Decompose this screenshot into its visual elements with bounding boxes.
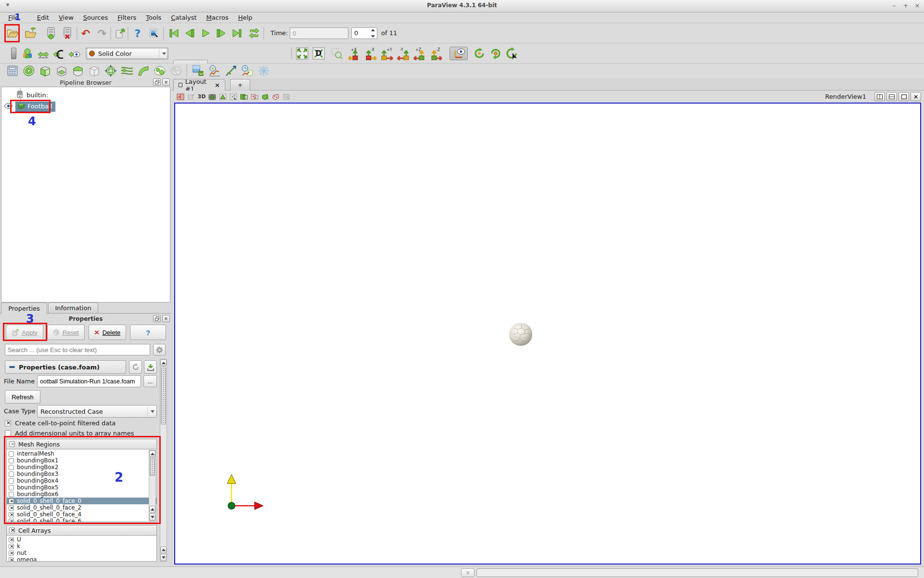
row-checkbox[interactable] bbox=[9, 544, 14, 549]
rescale-to-data-range-icon[interactable] bbox=[37, 47, 50, 60]
spin-up-icon[interactable] bbox=[371, 29, 375, 31]
cell-array-row[interactable]: k bbox=[7, 543, 156, 550]
tab-properties[interactable]: Properties bbox=[1, 302, 47, 314]
select-cells-on-icon[interactable] bbox=[218, 92, 228, 101]
row-checkbox[interactable] bbox=[9, 465, 14, 470]
close-dock-icon[interactable]: × bbox=[162, 79, 170, 86]
view-minus-x-icon[interactable]: -X bbox=[364, 47, 377, 60]
properties-panel-scrollbar[interactable] bbox=[160, 359, 167, 562]
split-horizontal-icon[interactable] bbox=[874, 92, 885, 101]
first-frame-icon[interactable] bbox=[167, 26, 181, 40]
auto-apply-icon[interactable] bbox=[114, 26, 127, 40]
save-data-icon[interactable] bbox=[24, 26, 38, 40]
toggle-3d-mode[interactable]: 3D bbox=[196, 92, 207, 101]
row-checkbox[interactable] bbox=[9, 519, 14, 523]
menu-sources[interactable]: Sources bbox=[79, 13, 112, 22]
row-checkbox[interactable] bbox=[9, 451, 14, 457]
row-checkbox[interactable] bbox=[9, 537, 14, 542]
tab-layout-1[interactable]: Layout #1 × bbox=[173, 79, 225, 91]
row-checkbox[interactable] bbox=[9, 492, 14, 497]
center-axes-visibility-toggle-icon[interactable] bbox=[449, 47, 468, 60]
menu-edit[interactable]: Edit bbox=[33, 13, 53, 22]
mesh-region-row-selected[interactable]: solid_0_shell_0_face_0 bbox=[7, 498, 156, 504]
selection-inspector-icon[interactable] bbox=[147, 26, 161, 40]
scroll-down-icon[interactable] bbox=[149, 513, 155, 521]
football-mesh[interactable] bbox=[508, 322, 533, 347]
rescale-to-visible-range-icon[interactable] bbox=[67, 47, 81, 60]
scroll-up-icon[interactable] bbox=[149, 450, 155, 457]
row-checkbox[interactable] bbox=[9, 458, 14, 463]
reload-properties-icon[interactable] bbox=[129, 360, 142, 374]
maximize-button[interactable]: + bbox=[901, 1, 911, 10]
row-checkbox[interactable] bbox=[9, 557, 14, 562]
previous-frame-icon[interactable] bbox=[183, 26, 196, 40]
cell-arrays-header-checkbox[interactable] bbox=[9, 527, 15, 533]
close-view-icon[interactable]: × bbox=[911, 92, 921, 101]
menu-view[interactable]: View bbox=[54, 13, 78, 22]
row-checkbox[interactable] bbox=[9, 485, 14, 490]
row-checkbox[interactable] bbox=[9, 551, 14, 556]
dimensional-units-checkbox[interactable] bbox=[5, 430, 11, 436]
maximize-view-icon[interactable] bbox=[898, 92, 909, 101]
menu-macros[interactable]: Macros bbox=[202, 13, 233, 22]
row-checkbox[interactable] bbox=[9, 499, 14, 504]
mesh-region-row[interactable]: internalMesh bbox=[7, 450, 156, 457]
panel-help-button[interactable]: ? bbox=[130, 325, 166, 340]
collapse-minus-icon[interactable] bbox=[9, 366, 15, 368]
spin-down-icon[interactable] bbox=[371, 35, 375, 38]
pipeline-source-item[interactable]: Football bbox=[15, 102, 55, 112]
search-options-gear-icon[interactable] bbox=[153, 344, 166, 355]
view-minus-y-icon[interactable]: -Y bbox=[397, 47, 410, 60]
loop-icon[interactable] bbox=[247, 26, 261, 40]
view-plus-x-icon[interactable]: +X bbox=[347, 47, 361, 60]
render-view[interactable] bbox=[174, 103, 921, 565]
float-dock-icon[interactable] bbox=[153, 79, 161, 86]
redo-icon[interactable]: ↷ bbox=[95, 26, 109, 40]
group-datasets-icon[interactable] bbox=[153, 64, 167, 78]
mesh-region-row[interactable]: solid_0_shell_0_face_2 bbox=[7, 504, 156, 511]
calculator-icon[interactable] bbox=[6, 64, 19, 78]
scroll-up-icon[interactable] bbox=[149, 506, 155, 513]
refresh-button[interactable]: Refresh bbox=[5, 390, 40, 404]
cell-array-row[interactable]: nut bbox=[7, 550, 156, 556]
view-plus-y-icon[interactable]: +Y bbox=[380, 47, 394, 60]
next-frame-icon[interactable] bbox=[215, 26, 228, 40]
row-checkbox[interactable] bbox=[9, 512, 14, 517]
zoom-to-data-icon[interactable]: D bbox=[312, 47, 325, 60]
mesh-region-row[interactable]: boundingBox5 bbox=[7, 484, 156, 491]
plot-over-line-icon[interactable] bbox=[192, 64, 205, 78]
frame-spinbox[interactable]: 0 bbox=[351, 27, 377, 39]
tab-information[interactable]: Information bbox=[48, 302, 98, 313]
reset-button[interactable]: Reset bbox=[47, 325, 85, 340]
mesh-region-row[interactable]: boundingBox4 bbox=[7, 477, 156, 484]
select-points-through-icon[interactable] bbox=[249, 92, 260, 101]
select-points-polygon-icon[interactable] bbox=[270, 92, 281, 101]
pick-center-icon[interactable] bbox=[505, 47, 519, 60]
reset-camera-icon[interactable] bbox=[295, 47, 309, 60]
select-cells-through-icon[interactable] bbox=[239, 92, 249, 101]
row-checkbox[interactable] bbox=[9, 505, 14, 511]
browse-button[interactable]: ... bbox=[143, 375, 157, 387]
view-plus-z-icon[interactable]: +Z bbox=[413, 47, 426, 60]
mesh-region-row[interactable]: boundingBox2 bbox=[7, 464, 156, 471]
search-input[interactable] bbox=[5, 344, 150, 355]
apply-button[interactable]: Apply bbox=[6, 325, 43, 340]
contour-filter-icon[interactable] bbox=[22, 64, 36, 78]
glyph-filter-icon[interactable] bbox=[104, 64, 117, 78]
split-vertical-icon[interactable] bbox=[886, 92, 897, 101]
mesh-region-row[interactable]: boundingBox6 bbox=[7, 491, 156, 498]
cell-array-row[interactable]: U bbox=[7, 536, 156, 543]
cell-arrays-header[interactable]: Cell Arrays bbox=[6, 525, 157, 536]
save-defaults-icon[interactable] bbox=[144, 360, 157, 374]
close-button[interactable]: × bbox=[912, 1, 922, 10]
disconnect-server-icon[interactable] bbox=[61, 26, 74, 40]
visibility-eye-icon[interactable] bbox=[4, 103, 13, 110]
rescale-to-custom-range-icon[interactable] bbox=[52, 47, 65, 60]
open-file-icon[interactable] bbox=[6, 26, 19, 40]
mesh-regions-header[interactable]: Mesh Regions bbox=[6, 439, 157, 449]
extract-subset-icon[interactable] bbox=[88, 64, 101, 78]
rotate-counterclockwise-icon[interactable] bbox=[489, 47, 502, 60]
split-view-icon[interactable] bbox=[175, 92, 186, 101]
select-block-icon[interactable] bbox=[281, 92, 292, 101]
mesh-region-row[interactable]: solid_0_shell_0_face_6 bbox=[7, 518, 156, 522]
